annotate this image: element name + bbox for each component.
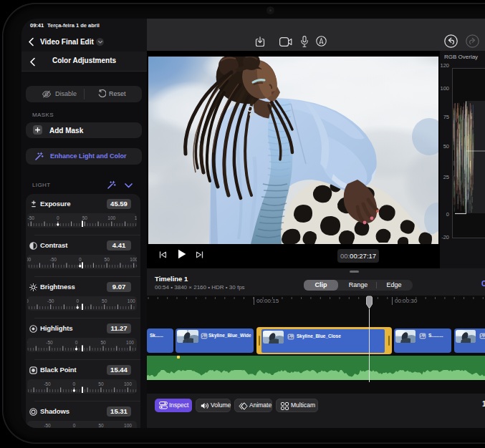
svg-text:-50: -50 [49,257,57,262]
svg-text:0: 0 [73,381,76,386]
svg-text:-50: -50 [44,381,51,386]
svg-text:100: 100 [124,381,132,386]
svg-text:-50: -50 [46,340,53,345]
svg-text:100: 100 [107,215,115,220]
svg-text:-100: -100 [27,257,32,262]
svg-text:100: 100 [124,423,132,428]
svg-text:0: 0 [73,423,76,428]
svg-text:100: 100 [130,257,137,262]
svg-text:-50: -50 [44,423,51,428]
svg-text:-100: -100 [27,298,29,303]
svg-text:0: 0 [76,298,79,303]
svg-text:0: 0 [75,340,78,345]
svg-text:50: 50 [105,257,110,262]
svg-text:50: 50 [82,215,88,220]
svg-text:100: 100 [128,298,135,303]
svg-text:-50: -50 [28,215,35,220]
svg-text:50: 50 [98,381,104,386]
svg-text:150: 150 [135,215,137,220]
svg-text:50: 50 [98,423,104,428]
svg-text:0: 0 [57,215,59,220]
svg-text:50: 50 [100,340,106,345]
svg-text:50: 50 [102,298,107,303]
svg-text:-50: -50 [47,298,54,303]
svg-text:100: 100 [126,340,134,345]
svg-text:0: 0 [79,257,82,262]
